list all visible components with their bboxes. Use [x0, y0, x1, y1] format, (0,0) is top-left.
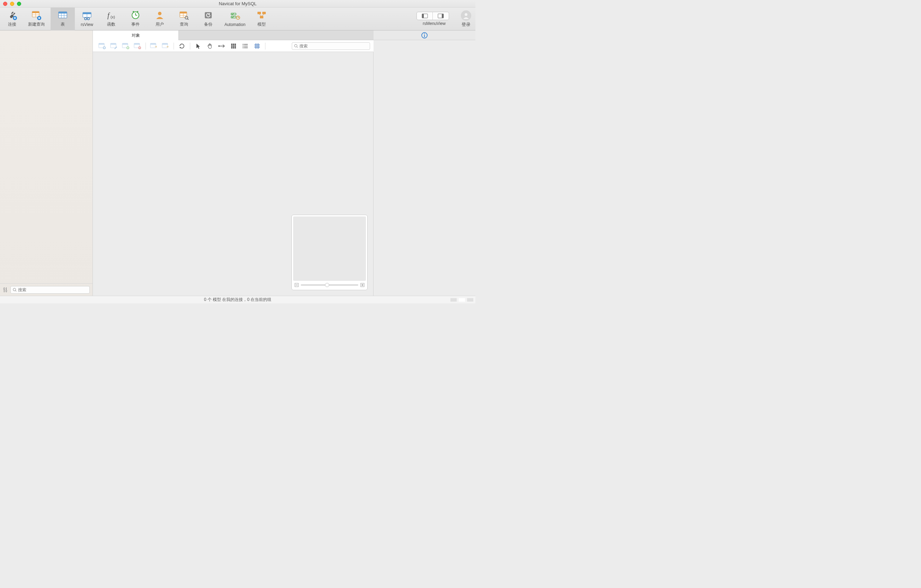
minimap[interactable]	[291, 215, 368, 290]
table-label: 表	[61, 21, 65, 28]
svg-rect-85	[231, 44, 233, 45]
connection-tree-panel	[0, 31, 93, 296]
user-button[interactable]: 用户	[148, 8, 172, 31]
svg-rect-44	[262, 12, 266, 14]
edit-table-button[interactable]	[108, 42, 120, 50]
svg-point-106	[295, 44, 297, 47]
login-label: 登录	[462, 21, 470, 28]
function-label: 函数	[107, 21, 116, 28]
list-view-button[interactable]	[239, 42, 251, 50]
svg-line-47	[262, 14, 264, 16]
settings-icon[interactable]	[3, 287, 8, 293]
connection-tree[interactable]	[0, 31, 93, 283]
svg-rect-1	[13, 13, 15, 15]
svg-point-20	[85, 17, 86, 19]
left-search-box[interactable]	[10, 286, 90, 294]
event-label: 事件	[131, 21, 140, 28]
hand-tool-button[interactable]	[204, 42, 216, 50]
svg-rect-67	[122, 43, 128, 45]
panel-toggle	[417, 12, 449, 20]
svg-rect-65	[111, 43, 116, 45]
svg-line-107	[296, 46, 298, 47]
relation-tool-button[interactable]	[216, 42, 228, 50]
minimap-view[interactable]	[293, 216, 366, 281]
login-button[interactable]: 登录	[461, 10, 471, 28]
info-icon[interactable]	[421, 32, 428, 39]
svg-rect-119	[424, 35, 425, 37]
object-search-box[interactable]	[292, 42, 370, 50]
backup-icon	[203, 10, 213, 20]
connection-button[interactable]: 连接	[0, 8, 24, 31]
table-button[interactable]: 表	[50, 8, 75, 31]
svg-rect-90	[234, 45, 236, 47]
left-search-input[interactable]	[18, 288, 87, 292]
info-panel-header	[374, 31, 475, 40]
svg-rect-60	[99, 43, 104, 45]
view-icon	[82, 11, 92, 21]
status-text: 0 个 模型 在我的连接，0 在当前的组	[204, 297, 272, 303]
table-icon	[57, 10, 68, 20]
zoom-slider-knob[interactable]	[325, 283, 329, 287]
svg-line-46	[259, 14, 261, 16]
svg-point-29	[158, 12, 161, 15]
svg-point-56	[5, 290, 7, 292]
query-button[interactable]: 查询	[172, 8, 196, 31]
rsview-button[interactable]: rsView	[75, 8, 99, 31]
zoom-out-icon[interactable]	[295, 283, 299, 287]
backup-label: 备份	[204, 21, 212, 28]
grid-view-button[interactable]	[228, 42, 239, 50]
svg-point-118	[424, 33, 425, 34]
zoom-slider[interactable]	[301, 284, 358, 286]
svg-rect-93	[234, 47, 236, 49]
toggle-right-panel-button[interactable]	[433, 12, 449, 20]
object-tab-strip: 对象	[93, 31, 374, 40]
svg-point-84	[218, 45, 220, 47]
connection-label: 连接	[8, 21, 16, 28]
svg-text:f: f	[107, 11, 110, 19]
event-button[interactable]: 事件	[124, 8, 148, 31]
tab-object[interactable]: 对象	[93, 31, 179, 40]
rsmenuview-label: rsMenuView	[423, 21, 446, 26]
model-label: 模型	[257, 21, 266, 28]
svg-rect-91	[231, 47, 233, 49]
function-icon: f(x)	[106, 10, 116, 20]
status-bar: 0 个 模型 在我的连接，0 在当前的组	[0, 296, 475, 303]
refresh-button[interactable]	[176, 42, 188, 50]
automation-icon	[230, 11, 240, 21]
svg-rect-45	[260, 16, 264, 18]
minimap-controls	[293, 281, 366, 289]
status-indicator-2	[459, 298, 465, 302]
automation-button[interactable]: Automation	[220, 8, 249, 31]
svg-rect-36	[205, 12, 212, 18]
svg-line-58	[15, 290, 16, 291]
export-button[interactable]	[160, 42, 171, 50]
svg-point-99	[242, 47, 244, 48]
sidebar-left-icon	[422, 13, 428, 18]
query-icon	[179, 10, 189, 20]
search-icon	[13, 288, 16, 292]
object-search-input[interactable]	[299, 44, 368, 49]
open-table-button[interactable]	[120, 42, 132, 50]
model-button[interactable]: 模型	[249, 8, 274, 31]
import-button[interactable]	[148, 42, 160, 50]
new-query-button[interactable]: 新建查询	[24, 8, 49, 31]
avatar-icon	[461, 10, 471, 21]
model-canvas[interactable]: 100%	[93, 52, 374, 296]
zoom-in-icon[interactable]	[360, 283, 364, 287]
function-button[interactable]: f(x) 函数	[99, 8, 124, 31]
delete-table-button[interactable]	[132, 42, 143, 50]
toggle-left-panel-button[interactable]	[417, 12, 433, 20]
search-icon	[294, 44, 298, 48]
pointer-tool-button[interactable]	[192, 42, 204, 50]
er-grid-button[interactable]	[251, 42, 263, 50]
main-toolbar: 连接 新建查询 表	[0, 8, 475, 31]
svg-rect-0	[11, 11, 13, 14]
backup-button[interactable]: 备份	[196, 8, 220, 31]
svg-point-97	[242, 44, 244, 45]
new-table-button[interactable]	[96, 42, 108, 50]
user-label: 用户	[156, 21, 164, 28]
svg-rect-89	[233, 45, 234, 47]
svg-rect-13	[59, 12, 67, 13]
clock-icon	[130, 10, 141, 20]
info-panel-body	[374, 40, 475, 296]
